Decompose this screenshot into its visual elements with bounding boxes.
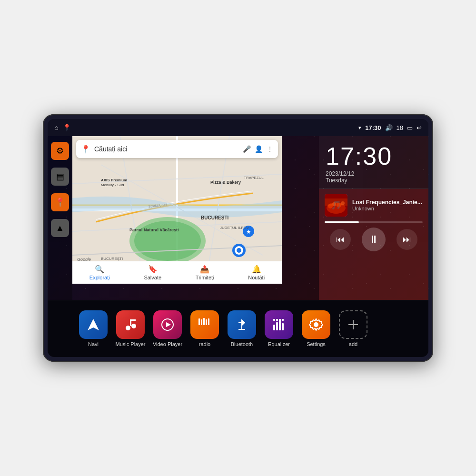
app-settings[interactable]: Settings bbox=[299, 310, 333, 347]
music-progress-fill bbox=[325, 221, 359, 223]
svg-point-9 bbox=[134, 221, 201, 261]
svg-point-14 bbox=[237, 248, 241, 253]
map-search-placeholder[interactable]: Căutați aici bbox=[94, 145, 239, 153]
svg-text:AXIS Premium: AXIS Premium bbox=[101, 178, 127, 182]
svg-rect-48 bbox=[208, 318, 209, 325]
map-send[interactable]: 📤 Trimiteți bbox=[196, 265, 214, 280]
maps-icon[interactable]: 📍 bbox=[63, 124, 71, 131]
grid-icon[interactable]: ⋮ bbox=[267, 145, 273, 153]
volume-icon: 🔊 bbox=[385, 124, 393, 131]
video-player-icon bbox=[153, 310, 182, 339]
sidebar-settings[interactable]: ⚙ bbox=[51, 142, 69, 160]
music-album-art: 🎵 bbox=[325, 194, 347, 217]
send-icon: 📤 bbox=[200, 265, 209, 274]
sidebar: ⚙ ▤ 📍 ▲ bbox=[48, 136, 72, 300]
map-saved[interactable]: 🔖 Salvate bbox=[144, 265, 161, 280]
right-panel: 17:30 2023/12/12 Tuesday bbox=[319, 136, 428, 300]
video-player-label: Video Player bbox=[153, 341, 182, 347]
map-news[interactable]: 🔔 Noutăți bbox=[248, 265, 265, 280]
add-icon bbox=[339, 310, 367, 339]
music-controls: ⏮ ⏸ ⏭ bbox=[325, 228, 423, 251]
settings-icon bbox=[302, 310, 330, 339]
svg-text:Parcul Natural Văcărești: Parcul Natural Văcărești bbox=[129, 228, 179, 232]
music-title: Lost Frequencies_Janie... bbox=[352, 199, 423, 206]
map-search-bar[interactable]: 📍 Căutați aici 🎤 👤 ⋮ bbox=[76, 140, 278, 158]
clock-day: Tuesday bbox=[326, 177, 347, 184]
app-add[interactable]: add bbox=[336, 310, 370, 347]
music-player-label: Music Player bbox=[116, 341, 146, 347]
back-icon[interactable]: ↩ bbox=[416, 124, 422, 131]
map-explore[interactable]: 🔍 Explorați bbox=[89, 265, 110, 280]
svg-text:🎵: 🎵 bbox=[331, 200, 342, 210]
svg-rect-45 bbox=[201, 319, 202, 325]
svg-rect-52 bbox=[273, 325, 275, 330]
svg-text:Pizza & Bakery: Pizza & Bakery bbox=[210, 180, 241, 185]
status-left-icons: ⌂ 📍 bbox=[54, 124, 71, 131]
svg-rect-54 bbox=[276, 322, 278, 330]
svg-marker-37 bbox=[88, 319, 99, 330]
saved-label: Salvate bbox=[144, 275, 161, 280]
app-radio[interactable]: radio bbox=[188, 310, 222, 347]
svg-rect-44 bbox=[198, 318, 200, 325]
svg-point-38 bbox=[126, 326, 130, 330]
map-container: ★ AXIS Premium Mobility - Sud Pizza & Ba… bbox=[72, 136, 319, 300]
google-maps-icon: 📍 bbox=[81, 145, 90, 154]
svg-rect-47 bbox=[206, 319, 207, 325]
music-artist: Unknown bbox=[352, 206, 423, 211]
map-widget: ★ AXIS Premium Mobility - Sud Pizza & Ba… bbox=[72, 136, 282, 284]
radio-icon bbox=[190, 310, 219, 339]
svg-text:Mobility - Sud: Mobility - Sud bbox=[101, 183, 124, 187]
clock-time: 17:30 bbox=[326, 144, 422, 169]
home-icon[interactable]: ⌂ bbox=[54, 124, 58, 131]
mic-icon[interactable]: 🎤 bbox=[243, 145, 251, 153]
status-time: 17:30 bbox=[365, 124, 381, 131]
svg-text:BUCUREȘTI: BUCUREȘTI bbox=[101, 257, 123, 261]
svg-rect-41 bbox=[130, 319, 136, 321]
prev-button[interactable]: ⏮ bbox=[330, 229, 351, 250]
app-bluetooth[interactable]: Bluetooth bbox=[225, 310, 259, 347]
music-meta: Lost Frequencies_Janie... Unknown bbox=[352, 199, 423, 211]
svg-marker-43 bbox=[166, 322, 171, 327]
music-widget: 🎵 Lost Frequencies_Janie... Unknown ⏮ bbox=[319, 189, 428, 300]
main-area: ⚙ ▤ 📍 ▲ bbox=[48, 136, 428, 300]
news-icon: 🔔 bbox=[252, 265, 261, 274]
pause-button[interactable]: ⏸ bbox=[362, 228, 386, 251]
app-equalizer[interactable]: Equalizer bbox=[262, 310, 296, 347]
app-navi[interactable]: Navi bbox=[76, 310, 110, 347]
wifi-icon: ▾ bbox=[358, 125, 361, 131]
bluetooth-icon bbox=[228, 310, 256, 339]
app-music-player[interactable]: Music Player bbox=[113, 310, 148, 347]
add-label: add bbox=[349, 341, 357, 347]
navi-icon bbox=[79, 310, 108, 339]
settings-label: Settings bbox=[307, 341, 326, 347]
bluetooth-label: Bluetooth bbox=[231, 341, 253, 347]
svg-rect-55 bbox=[276, 319, 278, 321]
user-icon[interactable]: 👤 bbox=[255, 145, 263, 153]
navi-label: Navi bbox=[88, 341, 99, 347]
saved-icon: 🔖 bbox=[148, 265, 158, 274]
svg-rect-58 bbox=[282, 323, 284, 330]
clock-date-value: 2023/12/12 bbox=[326, 170, 354, 177]
equalizer-icon bbox=[265, 310, 293, 339]
app-video-player[interactable]: Video Player bbox=[150, 310, 185, 347]
svg-text:TRAPEZUL: TRAPEZUL bbox=[244, 176, 264, 180]
svg-rect-59 bbox=[282, 319, 284, 321]
clock-widget: 17:30 2023/12/12 Tuesday bbox=[319, 136, 428, 189]
next-button[interactable]: ⏭ bbox=[397, 229, 417, 250]
svg-point-60 bbox=[314, 322, 318, 327]
screen: ⌂ 📍 ▾ 17:30 🔊 18 ▭ ↩ ⚙ ▤ 📍 ▲ bbox=[48, 119, 428, 357]
status-bar: ⌂ 📍 ▾ 17:30 🔊 18 ▭ ↩ bbox=[48, 119, 428, 136]
sidebar-maps[interactable]: 📍 bbox=[51, 193, 69, 211]
clock-date: 2023/12/12 Tuesday bbox=[326, 170, 422, 184]
music-progress-bar[interactable] bbox=[325, 221, 423, 223]
sidebar-files[interactable]: ▤ bbox=[51, 168, 69, 186]
battery-level: 18 bbox=[397, 124, 403, 131]
app-grid: Navi Music Player bbox=[48, 300, 428, 357]
svg-text:BUCUREȘTI: BUCUREȘTI bbox=[201, 215, 229, 220]
news-label: Noutăți bbox=[248, 275, 265, 280]
sidebar-nav[interactable]: ▲ bbox=[51, 219, 69, 237]
explore-label: Explorați bbox=[89, 275, 110, 280]
svg-rect-46 bbox=[203, 318, 205, 325]
music-info: 🎵 Lost Frequencies_Janie... Unknown bbox=[325, 194, 423, 217]
battery-icon: ▭ bbox=[407, 124, 413, 131]
